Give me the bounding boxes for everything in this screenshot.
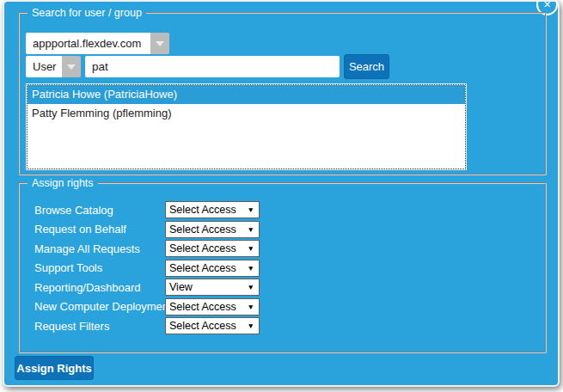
assign-rights-button[interactable]: Assign Rights <box>15 356 94 380</box>
assign-rights-dialog: ✕ Search for user / group appportal.flex… <box>3 0 560 387</box>
dropdown-arrow-icon[interactable] <box>150 33 169 54</box>
rights-row: Browse Catalog Select Access ▼ <box>34 200 361 220</box>
right-label: Reporting/Dashboard <box>34 281 165 294</box>
right-label: Browse Catalog <box>34 204 165 217</box>
chevron-down-icon: ▼ <box>248 303 254 311</box>
chevron-down-icon: ▼ <box>248 264 254 273</box>
search-type-dropdown[interactable]: User <box>26 56 81 77</box>
rights-rows: Browse Catalog Select Access ▼ Request o… <box>34 200 361 336</box>
chevron-down-icon: ▼ <box>248 322 254 330</box>
search-button-label: Search <box>349 60 384 73</box>
chevron-down-icon: ▼ <box>248 225 254 234</box>
access-select-value: Select Access <box>169 320 236 332</box>
access-select[interactable]: Select Access ▼ <box>165 298 260 315</box>
rights-section-legend: Assign rights <box>28 177 98 189</box>
search-results-list[interactable]: Patricia Howe (PatriciaHowe) Patty Flemm… <box>27 84 466 169</box>
right-label: Manage All Requests <box>34 242 165 255</box>
search-type-dropdown-value: User <box>26 56 62 77</box>
rights-row: Request on Behalf Select Access ▼ <box>34 220 361 240</box>
dropdown-arrow-icon[interactable] <box>62 56 81 77</box>
chevron-down-icon: ▼ <box>248 244 254 253</box>
chevron-down-icon: ▼ <box>248 283 254 291</box>
search-section-legend: Search for user / group <box>28 7 146 19</box>
access-select[interactable]: Select Access ▼ <box>165 317 260 334</box>
list-item[interactable]: Patricia Howe (PatriciaHowe) <box>28 85 465 104</box>
right-label: Request Filters <box>34 320 165 333</box>
access-select[interactable]: Select Access ▼ <box>165 260 260 277</box>
access-select[interactable]: Select Access ▼ <box>165 221 260 238</box>
right-label: Support Tools <box>34 261 165 274</box>
list-item[interactable]: Patty Flemming (pflemming) <box>28 104 465 123</box>
access-select-value: Select Access <box>169 242 236 254</box>
access-select[interactable]: Select Access ▼ <box>165 240 260 257</box>
search-button[interactable]: Search <box>344 54 389 79</box>
rights-row: Reporting/Dashboard View ▼ <box>34 278 361 297</box>
access-select-value: View <box>169 281 193 293</box>
rights-row: New Computer Deployment Select Access ▼ <box>34 297 361 317</box>
access-select-value: Select Access <box>169 204 236 216</box>
access-select-value: Select Access <box>169 301 236 313</box>
access-select-value: Select Access <box>169 224 236 236</box>
assign-rights-button-label: Assign Rights <box>16 362 91 375</box>
access-select[interactable]: View ▼ <box>165 279 260 296</box>
search-input[interactable] <box>85 56 340 77</box>
rights-row: Request Filters Select Access ▼ <box>34 316 361 336</box>
domain-dropdown-value: appportal.flexdev.com <box>26 33 150 54</box>
rights-row: Support Tools Select Access ▼ <box>34 259 361 279</box>
access-select-value: Select Access <box>169 262 236 274</box>
domain-dropdown[interactable]: appportal.flexdev.com <box>26 33 169 54</box>
access-select[interactable]: Select Access ▼ <box>165 201 260 218</box>
right-label: Request on Behalf <box>34 223 165 236</box>
rights-row: Manage All Requests Select Access ▼ <box>34 239 361 259</box>
chevron-down-icon: ▼ <box>248 205 254 214</box>
right-label: New Computer Deployment <box>34 300 165 313</box>
